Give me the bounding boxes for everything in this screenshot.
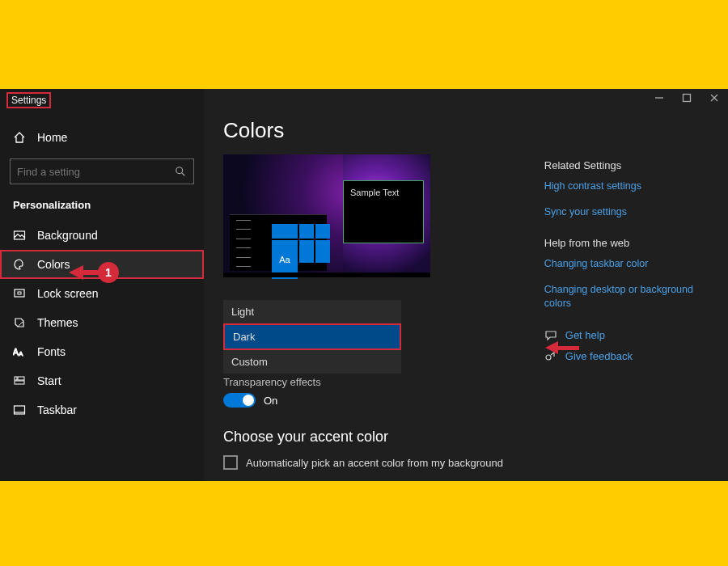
svg-rect-4 xyxy=(18,292,21,294)
sidebar-item-fonts[interactable]: AA Fonts xyxy=(0,337,204,366)
page-title: Colors xyxy=(223,118,709,143)
search-input[interactable] xyxy=(17,166,154,178)
preview-popup: Sample Text xyxy=(343,180,424,243)
window-controls xyxy=(654,92,720,103)
option-dark[interactable]: Dark xyxy=(223,323,401,350)
right-column: Related Settings High contrast settings … xyxy=(544,154,709,470)
annotation-arrow-1: 1 xyxy=(69,262,119,283)
sidebar-category: Personalization xyxy=(0,194,204,221)
svg-rect-13 xyxy=(684,95,691,102)
app-title: Settings xyxy=(6,92,51,108)
svg-rect-7 xyxy=(15,377,17,380)
settings-window: Settings Home Personalization Background… xyxy=(0,89,728,481)
transparency-toggle[interactable] xyxy=(223,393,256,408)
preview-sample-text: Sample Text xyxy=(350,188,399,197)
sidebar-item-label: Lock screen xyxy=(37,287,98,300)
chat-icon xyxy=(544,329,557,342)
sidebar-item-lock-screen[interactable]: Lock screen xyxy=(0,279,204,308)
search-icon xyxy=(174,165,187,178)
transparency-state: On xyxy=(264,395,277,407)
annotation-step-number: 1 xyxy=(98,262,119,283)
get-help-row[interactable]: Get help xyxy=(544,329,709,342)
svg-text:A: A xyxy=(13,348,19,357)
help-heading: Help from the web xyxy=(544,237,709,249)
image-icon xyxy=(13,229,26,242)
minimize-button[interactable] xyxy=(654,92,665,103)
sidebar-item-label: Fonts xyxy=(37,345,66,358)
svg-rect-8 xyxy=(18,377,24,380)
auto-accent-label: Automatically pick an accent color from … xyxy=(246,457,503,469)
annotation-arrow-2 xyxy=(545,341,579,354)
svg-line-1 xyxy=(182,173,185,176)
sidebar-home-label: Home xyxy=(37,131,67,144)
get-help-label: Get help xyxy=(565,329,605,341)
link-sync-settings[interactable]: Sync your settings xyxy=(544,205,709,220)
maximize-button[interactable] xyxy=(681,92,692,103)
sidebar-item-label: Taskbar xyxy=(37,403,77,416)
svg-rect-3 xyxy=(15,289,24,297)
svg-point-0 xyxy=(176,167,183,174)
start-icon xyxy=(13,374,26,387)
left-column: Aa Sample Text Light Dark Custom Transpa… xyxy=(223,154,520,470)
svg-point-16 xyxy=(546,355,551,360)
link-high-contrast[interactable]: High contrast settings xyxy=(544,180,709,194)
link-desktop-colors[interactable]: Changing desktop or background colors xyxy=(544,283,709,311)
fonts-icon: AA xyxy=(13,345,26,358)
link-taskbar-color[interactable]: Changing taskbar color xyxy=(544,257,709,272)
transparency-label: Transparency effects xyxy=(223,376,520,388)
main-content: Colors Aa Sample Text xyxy=(204,89,728,481)
home-icon xyxy=(13,131,26,144)
search-box[interactable] xyxy=(10,158,194,184)
sidebar-item-background[interactable]: Background xyxy=(0,221,204,250)
sidebar-item-label: Themes xyxy=(37,316,78,329)
sidebar-item-start[interactable]: Start xyxy=(0,366,204,395)
color-mode-dropdown[interactable]: Light Dark Custom xyxy=(223,300,401,374)
sidebar-item-themes[interactable]: Themes xyxy=(0,308,204,337)
option-custom[interactable]: Custom xyxy=(223,350,401,374)
color-preview: Aa Sample Text xyxy=(223,154,430,277)
close-button[interactable] xyxy=(709,92,720,103)
accent-color-heading: Choose your accent color xyxy=(223,429,520,446)
sidebar-item-taskbar[interactable]: Taskbar xyxy=(0,395,204,424)
sidebar-item-label: Start xyxy=(37,374,61,387)
lock-screen-icon xyxy=(13,287,26,300)
related-settings-heading: Related Settings xyxy=(544,159,709,171)
option-light[interactable]: Light xyxy=(223,300,401,323)
sidebar-home[interactable]: Home xyxy=(0,125,204,150)
sidebar-item-label: Background xyxy=(37,229,98,242)
themes-icon xyxy=(13,316,26,329)
svg-text:A: A xyxy=(19,350,23,357)
taskbar-icon xyxy=(13,403,26,416)
sidebar: Settings Home Personalization Background… xyxy=(0,89,204,481)
auto-accent-checkbox[interactable] xyxy=(223,455,238,470)
svg-rect-9 xyxy=(15,381,24,384)
